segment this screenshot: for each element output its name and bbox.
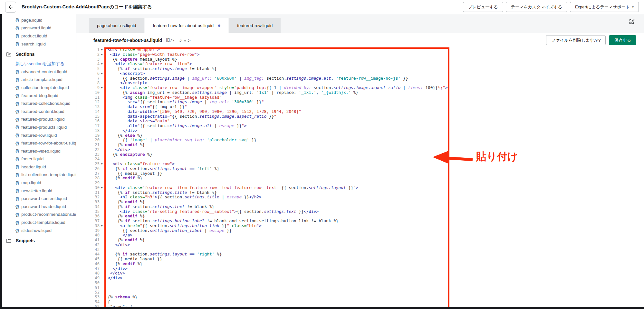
fold-toggle-icon[interactable]	[100, 271, 108, 276]
fold-toggle-icon[interactable]	[100, 81, 108, 85]
fold-toggle-icon[interactable]	[100, 209, 108, 214]
fold-toggle-icon[interactable]	[100, 181, 108, 185]
fold-toggle-icon[interactable]	[100, 262, 108, 266]
fold-toggle-icon[interactable]: ▾	[100, 224, 108, 228]
fold-toggle-icon[interactable]	[100, 214, 108, 219]
code-text: </div>	[108, 243, 130, 247]
tab-page.about-us.liquid[interactable]: page.about-us.liquid	[89, 18, 144, 33]
sidebar-add-section-link[interactable]: 新しいsectionを追加する	[0, 60, 76, 68]
sidebar-item-featured-product.liquid[interactable]: {/}featured-product.liquid	[0, 115, 76, 124]
sidebar-folder-sections[interactable]: Sections	[0, 49, 76, 60]
fold-toggle-icon[interactable]	[100, 300, 108, 304]
fold-toggle-icon[interactable]	[100, 228, 108, 233]
sidebar-item-footer.liquid[interactable]: {/}footer.liquid	[0, 155, 76, 163]
fold-toggle-icon[interactable]: ▾	[100, 85, 108, 90]
fold-toggle-icon[interactable]: ▾	[100, 62, 108, 66]
fold-toggle-icon[interactable]	[100, 166, 108, 171]
fold-toggle-icon[interactable]	[100, 200, 108, 204]
expert-support-button[interactable]: Expertによるテーマサポート ▾	[570, 2, 639, 12]
tab-featured-row.liquid[interactable]: featured-row.liquid	[229, 18, 281, 33]
sidebar-item-advanced-content.liquid[interactable]: {/}advanced-content.liquid	[0, 68, 76, 76]
sidebar-item-product.liquid[interactable]: {/}product.liquid	[0, 32, 76, 40]
sidebar-item-page.liquid[interactable]: {/}page.liquid	[0, 16, 76, 24]
sidebar-item-product-template.liquid[interactable]: {/}product-template.liquid	[0, 218, 76, 226]
fold-toggle-icon[interactable]	[100, 100, 108, 105]
fold-toggle-icon[interactable]	[100, 114, 108, 119]
fold-toggle-icon[interactable]	[100, 109, 108, 114]
sidebar-item-password-header.liquid[interactable]: {/}password-header.liquid	[0, 203, 76, 211]
code-line: 42 </div>	[76, 243, 644, 247]
fold-toggle-icon[interactable]	[100, 66, 108, 71]
fold-toggle-icon[interactable]	[100, 281, 108, 285]
fold-toggle-icon[interactable]	[100, 124, 108, 128]
fold-toggle-icon[interactable]	[100, 57, 108, 62]
sidebar-item-map.liquid[interactable]: {/}map.liquid	[0, 179, 76, 187]
fold-toggle-icon[interactable]	[100, 233, 108, 238]
sidebar-item-collection-template.liquid[interactable]: {/}collection-template.liquid	[0, 84, 76, 92]
customize-theme-button[interactable]: テーマをカスタマイズする	[506, 2, 567, 12]
fold-toggle-icon[interactable]	[100, 247, 108, 252]
sidebar-item-password.liquid[interactable]: {/}password.liquid	[0, 24, 76, 32]
sidebar-item-search.liquid[interactable]: {/}search.liquid	[0, 40, 76, 48]
fold-toggle-icon[interactable]	[100, 176, 108, 181]
sidebar-item-featured-blog.liquid[interactable]: {/}featured-blog.liquid	[0, 92, 76, 100]
sidebar-item-list-collections-template.liquid[interactable]: {/}list-collections-template.liquid	[0, 171, 76, 179]
fold-toggle-icon[interactable]	[100, 143, 108, 147]
sidebar-item-featured-products.liquid[interactable]: {/}featured-products.liquid	[0, 123, 76, 131]
delete-file-button[interactable]: ファイルを削除しますか?	[546, 35, 606, 45]
sidebar-item-product-recommendations.liquid[interactable]: {/}product-recommendations.liquid	[0, 211, 76, 219]
fold-toggle-icon[interactable]	[100, 128, 108, 133]
fold-toggle-icon[interactable]	[100, 295, 108, 300]
sidebar-item-featured-video.liquid[interactable]: {/}featured-video.liquid	[0, 147, 76, 155]
sidebar-item-featured-collections.liquid[interactable]: {/}featured-collections.liquid	[0, 99, 76, 107]
code-editor[interactable]: 1▾<div class="wrapper">2▾ <div class="pa…	[76, 47, 644, 309]
fold-toggle-icon[interactable]	[100, 266, 108, 271]
sidebar-item-password-content.liquid[interactable]: {/}password-content.liquid	[0, 194, 76, 203]
back-button[interactable]	[5, 2, 16, 13]
line-number: 26	[76, 166, 100, 171]
fold-toggle-icon[interactable]	[100, 171, 108, 176]
fold-toggle-icon[interactable]	[100, 105, 108, 109]
fold-toggle-icon[interactable]	[100, 157, 108, 162]
fold-toggle-icon[interactable]: ▾	[100, 47, 108, 52]
code-text: data-aspectratio="{{ section.settings.im…	[108, 114, 276, 119]
fold-toggle-icon[interactable]: ▾	[100, 52, 108, 57]
fold-toggle-icon[interactable]	[100, 95, 108, 100]
sidebar-item-slideshow.liquid[interactable]: {/}slideshow.liquid	[0, 226, 76, 234]
fold-toggle-icon[interactable]	[100, 252, 108, 257]
preview-button[interactable]: プレビューする	[463, 2, 503, 12]
tab-featured-row-for-about-us.liquid[interactable]: featured-row-for-about-us.liquid	[145, 18, 228, 33]
fold-toggle-icon[interactable]: ▾	[100, 71, 108, 76]
fold-toggle-icon[interactable]	[100, 133, 108, 138]
fold-toggle-icon[interactable]	[100, 276, 108, 281]
old-version-link[interactable]: 旧バージョン	[166, 37, 191, 43]
fold-toggle-icon[interactable]: ▾	[100, 185, 108, 190]
fold-toggle-icon[interactable]	[100, 204, 108, 209]
line-number: 49	[76, 276, 100, 281]
sidebar-item-featured-row-for-about-us.liquid[interactable]: {/}featured-row-for-about-us.liquid	[0, 139, 76, 147]
sidebar-item-featured-content.liquid[interactable]: {/}featured-content.liquid	[0, 107, 76, 115]
fold-toggle-icon[interactable]: ▾	[100, 162, 108, 166]
fold-toggle-icon[interactable]	[100, 243, 108, 247]
sidebar-item-featured-row.liquid[interactable]: {/}featured-row.liquid	[0, 131, 76, 139]
fold-toggle-icon[interactable]	[100, 219, 108, 224]
fold-toggle-icon[interactable]	[100, 152, 108, 157]
fold-toggle-icon[interactable]	[100, 195, 108, 200]
fold-toggle-icon[interactable]	[100, 90, 108, 95]
fold-toggle-icon[interactable]	[100, 190, 108, 195]
fold-toggle-icon[interactable]	[100, 147, 108, 152]
fold-toggle-icon[interactable]	[100, 138, 108, 143]
collapse-editor-button[interactable]	[628, 18, 636, 25]
fold-toggle-icon[interactable]	[100, 290, 108, 295]
save-button[interactable]: 保存する	[609, 35, 636, 45]
fold-toggle-icon[interactable]	[100, 119, 108, 124]
fold-toggle-icon[interactable]	[100, 76, 108, 81]
liquid-file-icon: {/}	[15, 93, 19, 98]
sidebar-item-article-template.liquid[interactable]: {/}article-template.liquid	[0, 76, 76, 84]
sidebar-item-header.liquid[interactable]: {/}header.liquid	[0, 163, 76, 171]
fold-toggle-icon[interactable]	[100, 238, 108, 243]
fold-toggle-icon[interactable]	[100, 257, 108, 262]
sidebar-item-newsletter.liquid[interactable]: {/}newsletter.liquid	[0, 187, 76, 195]
sidebar-folder-snippets[interactable]: Snippets	[0, 235, 76, 246]
fold-toggle-icon[interactable]	[100, 285, 108, 290]
